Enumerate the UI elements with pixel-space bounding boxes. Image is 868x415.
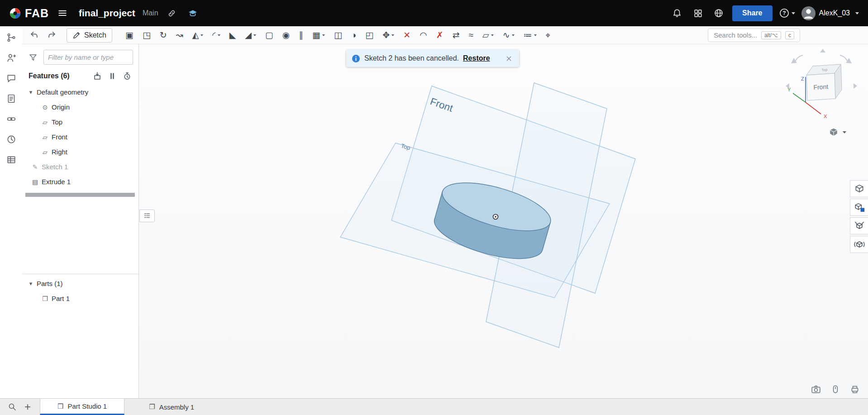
main-menu-button[interactable]: [55, 6, 70, 20]
exploded-view-panel-button[interactable]: [850, 217, 868, 234]
feature-list-flyout-toggle[interactable]: [139, 210, 155, 222]
assemblies-panel-button[interactable]: [850, 199, 868, 216]
viewport-bottom-tools: [810, 384, 861, 395]
app-logo[interactable]: FAB: [9, 7, 49, 20]
copy-link-button[interactable]: [165, 6, 179, 20]
rotate-cw-icon[interactable]: [840, 55, 847, 61]
delete-part-icon[interactable]: ✕: [401, 28, 413, 43]
undo-button[interactable]: [27, 28, 41, 43]
loft-icon[interactable]: ◭: [190, 28, 206, 43]
fillet-icon[interactable]: ◜: [210, 28, 223, 43]
feature-group-default-geometry[interactable]: ▾ Default geometry: [22, 85, 138, 100]
linked-documents-icon[interactable]: [5, 113, 18, 125]
view-cube[interactable]: Front Top Z Y X: [783, 46, 860, 123]
learning-center-button[interactable]: [186, 6, 200, 20]
paste-icon[interactable]: ▣: [123, 28, 136, 43]
print-3d-icon[interactable]: [849, 384, 861, 395]
tables-icon[interactable]: [5, 154, 18, 166]
rollback-bar[interactable]: [25, 193, 135, 197]
account-menu[interactable]: AlexK_03: [801, 6, 859, 20]
feature-origin[interactable]: ⊙ Origin: [22, 100, 138, 114]
plane-tool-icon[interactable]: ▱: [480, 28, 496, 43]
chevron-down-icon: [322, 34, 325, 36]
variable-icon[interactable]: ≔: [521, 28, 539, 43]
redo-button[interactable]: [44, 28, 59, 43]
close-banner-button[interactable]: [504, 53, 514, 63]
snapshot-icon[interactable]: [810, 384, 822, 395]
offset-surface-icon[interactable]: ≈: [466, 28, 476, 43]
insert-reference-icon[interactable]: ⌖: [543, 28, 553, 43]
revolve-icon[interactable]: ↻: [157, 28, 170, 43]
part-1[interactable]: ❒ Part 1: [22, 291, 138, 306]
chevron-down-icon[interactable]: ▾: [28, 89, 34, 95]
document-title[interactable]: final_project: [79, 8, 135, 19]
filter-input[interactable]: [43, 50, 133, 65]
apps-grid-button[interactable]: [691, 6, 705, 20]
tab-part-studio-1[interactable]: ❒ Part Studio 1: [40, 399, 124, 415]
appearance-panel-button[interactable]: [850, 180, 868, 197]
restore-link[interactable]: Restore: [463, 54, 490, 62]
share-button[interactable]: Share: [732, 5, 772, 21]
follow-icon[interactable]: [5, 52, 18, 64]
tab-assembly-1[interactable]: ❐ Assembly 1: [132, 399, 211, 415]
curve-tool-icon[interactable]: ∿: [500, 28, 517, 43]
rotate-up-arrow[interactable]: [820, 49, 825, 52]
chevron-down-icon: [200, 34, 203, 36]
chevron-down-icon: [534, 34, 537, 36]
boolean-icon[interactable]: ◑: [348, 28, 359, 43]
globe-icon: [714, 8, 724, 18]
hole-icon[interactable]: ◉: [280, 28, 293, 43]
comments-icon[interactable]: [5, 72, 18, 84]
view-options-button[interactable]: [829, 128, 846, 137]
scene[interactable]: Front Top: [139, 44, 868, 398]
extrude-icon[interactable]: ◳: [140, 28, 153, 43]
chevron-down-icon[interactable]: ▾: [28, 280, 34, 287]
origin-marker[interactable]: [493, 215, 498, 219]
sweep-icon[interactable]: ↝: [173, 28, 186, 43]
shell-icon[interactable]: ▢: [262, 28, 276, 43]
chamfer-icon[interactable]: ◣: [227, 28, 239, 43]
filter-icon[interactable]: [27, 52, 39, 63]
rotate-right-arrow[interactable]: [854, 83, 857, 89]
workspace-label[interactable]: Main: [143, 9, 158, 17]
notes-icon[interactable]: [5, 93, 18, 105]
split-icon[interactable]: ◰: [362, 28, 376, 43]
tool-search-input[interactable]: Search tools... alt/⌥ c: [708, 29, 800, 42]
tab-label: Part Studio 1: [67, 402, 107, 410]
delete-face-icon[interactable]: ✗: [434, 28, 446, 43]
notification-banner: Sketch 2 has been cancelled. Restore: [346, 50, 519, 67]
community-button[interactable]: [711, 6, 726, 20]
transform-icon[interactable]: ✥: [380, 28, 397, 43]
versions-icon[interactable]: [5, 32, 18, 43]
feature-sketch-1[interactable]: ✎ Sketch 1: [22, 159, 138, 174]
insert-feature-icon[interactable]: [92, 71, 102, 81]
rollback-icon[interactable]: [122, 71, 132, 81]
configurations-panel-button[interactable]: [850, 236, 868, 253]
rib-icon[interactable]: ∥: [296, 28, 306, 43]
notifications-button[interactable]: [670, 6, 684, 20]
history-icon[interactable]: [5, 134, 18, 145]
pencil-icon: [72, 31, 81, 39]
sketch-button[interactable]: Sketch: [67, 28, 112, 43]
linear-pattern-icon[interactable]: ▦: [310, 28, 328, 43]
draft-icon[interactable]: ◢: [242, 28, 259, 43]
undo-icon: [29, 30, 39, 40]
move-face-icon[interactable]: ⇄: [450, 28, 463, 43]
info-icon: [352, 54, 360, 63]
search-tabs-button[interactable]: [5, 399, 20, 415]
parts-group-header[interactable]: ▾ Parts (1): [22, 276, 138, 291]
feature-plane-front[interactable]: ▱ Front: [22, 129, 138, 144]
viewport-3d[interactable]: Front Top Front Top Z Y X: [139, 44, 868, 398]
suppress-icon[interactable]: [107, 71, 117, 81]
rotate-ccw-icon[interactable]: [796, 55, 803, 61]
feature-extrude-1[interactable]: ▤ Extrude 1: [22, 174, 138, 189]
help-menu-button[interactable]: ?: [779, 8, 795, 19]
feature-plane-right[interactable]: ▱ Right: [22, 144, 138, 159]
modify-fillet-icon[interactable]: ◠: [417, 28, 430, 43]
mouse-settings-icon[interactable]: [830, 384, 841, 395]
chevron-down-icon: [792, 12, 795, 14]
feature-plane-top[interactable]: ▱ Top: [22, 114, 138, 129]
left-rail: [0, 26, 22, 398]
mirror-icon[interactable]: ◫: [331, 28, 345, 43]
new-tab-button[interactable]: +: [20, 399, 35, 415]
